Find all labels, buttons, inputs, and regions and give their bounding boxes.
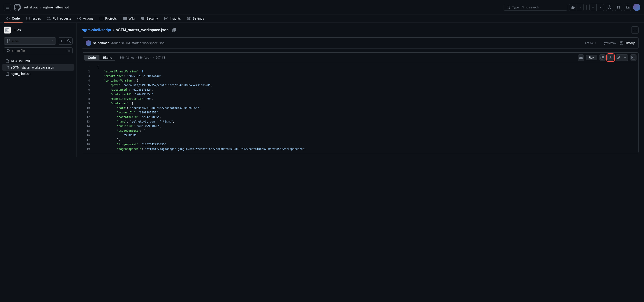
tab-security-label: Security (146, 17, 158, 20)
table-icon (100, 17, 103, 20)
go-to-file-field[interactable] (12, 49, 65, 53)
line-number[interactable]: 10 (82, 106, 94, 110)
go-to-file-input[interactable]: t (4, 47, 72, 54)
copy-raw-button[interactable] (599, 55, 606, 61)
file-tree-item[interactable]: sgtm_shell.sh (2, 71, 74, 77)
owner-link[interactable]: selnekovic (24, 6, 38, 9)
chevron-down-icon (599, 6, 602, 9)
symbols-button[interactable] (630, 55, 636, 61)
pull-requests-button[interactable] (615, 4, 622, 11)
notifications-button[interactable] (624, 4, 631, 11)
tab-projects[interactable]: Projects (97, 15, 120, 23)
line-number[interactable]: 14 (82, 124, 94, 128)
tab-actions[interactable]: Actions (75, 15, 96, 23)
line-numbers-gutter: 12345678910111213141516171819 (82, 63, 94, 153)
path-separator: / (113, 28, 114, 32)
last-commit-bar: selnekovic Added sGTM_starter_workspace.… (82, 37, 638, 49)
line-number[interactable]: 11 (82, 110, 94, 115)
create-new-button[interactable] (590, 4, 597, 11)
commit-sha[interactable]: 42a3488 (584, 42, 596, 45)
play-icon (77, 17, 81, 20)
repo-nav: Code Issues Pull requests Actions Projec… (0, 15, 644, 23)
tab-issues-label: Issues (32, 17, 41, 20)
line-number[interactable]: 18 (82, 142, 94, 147)
line-number[interactable]: 7 (82, 92, 94, 97)
file-tree-label: sgtm_shell.sh (11, 72, 30, 76)
repo-link[interactable]: sgtm-shell-script (43, 6, 69, 9)
code-line: "accountId": "6198887352", (94, 110, 638, 115)
sidebar-collapse-button[interactable] (4, 27, 11, 34)
line-number[interactable]: 2 (82, 69, 94, 74)
line-number[interactable]: 12 (82, 115, 94, 119)
more-options-button[interactable] (631, 27, 638, 34)
repo-breadcrumb: selnekovic / sgtm-shell-script (24, 6, 69, 9)
copy-path-button[interactable] (170, 27, 178, 34)
line-number[interactable]: 8 (82, 97, 94, 101)
line-number[interactable]: 3 (82, 74, 94, 78)
code-tab-button[interactable]: Code (84, 55, 100, 60)
code-line: "path": "accounts/6198887352/containers/… (94, 83, 638, 88)
file-tree-item[interactable]: sGTM_starter_workspace.json (2, 64, 74, 71)
code-icon (6, 17, 10, 20)
git-pull-request-icon (47, 17, 51, 20)
github-icon (14, 4, 21, 11)
global-search[interactable]: Type / to search (504, 4, 567, 11)
github-logo[interactable] (14, 4, 21, 11)
line-number[interactable]: 15 (82, 128, 94, 133)
line-number[interactable]: 1 (82, 65, 94, 69)
create-new-dropdown[interactable] (597, 4, 604, 11)
line-number[interactable]: 5 (82, 83, 94, 88)
tab-insights[interactable]: Insights (162, 15, 184, 23)
search-type-label: Type (512, 6, 519, 9)
tab-code-label: Code (12, 17, 20, 20)
add-file-button[interactable] (58, 37, 65, 45)
tab-issues[interactable]: Issues (24, 15, 44, 23)
code-line: "exportTime": "2025-02-22 20:34:40", (94, 74, 638, 78)
line-number[interactable]: 9 (82, 101, 94, 106)
plus-icon (591, 6, 595, 9)
history-link[interactable]: History (620, 41, 635, 45)
search-icon (506, 6, 510, 9)
sidebar-title: Files (14, 28, 21, 32)
edit-dropdown-button[interactable] (622, 55, 628, 61)
hamburger-menu-button[interactable] (4, 4, 11, 11)
line-number[interactable]: 13 (82, 119, 94, 124)
chevron-down-icon (624, 56, 626, 59)
file-tree-item[interactable]: README.md (2, 58, 74, 64)
code-content[interactable]: { "exportFormatVersion": 2, "exportTime"… (94, 63, 638, 153)
commit-message[interactable]: Added sGTM_starter_workspace.json (111, 41, 164, 45)
tab-pull-requests[interactable]: Pull requests (44, 15, 74, 23)
commit-time: yesterday (604, 42, 616, 45)
line-number[interactable]: 19 (82, 147, 94, 151)
tab-settings[interactable]: Settings (184, 15, 207, 23)
code-line: "exportFormatVersion": 2, (94, 69, 638, 74)
code-line: { (94, 65, 638, 69)
branch-name: main (12, 39, 19, 43)
line-number[interactable]: 6 (82, 88, 94, 92)
symbols-icon (632, 56, 635, 60)
gear-icon (187, 17, 191, 20)
user-avatar[interactable] (633, 4, 640, 11)
code-line: "containerId": "204290855", (94, 92, 638, 97)
copilot-code-button[interactable] (578, 55, 584, 61)
download-raw-button[interactable] (607, 55, 614, 61)
line-number[interactable]: 4 (82, 78, 94, 83)
tab-security[interactable]: Security (138, 15, 161, 23)
copilot-button[interactable] (569, 4, 576, 11)
issues-button[interactable] (606, 4, 613, 11)
branch-selector[interactable]: main (4, 37, 56, 45)
line-number[interactable]: 16 (82, 133, 94, 138)
commit-author-avatar[interactable] (86, 40, 91, 46)
code-line: "publicId": "GTM-WN9QXNVL", (94, 124, 638, 128)
blame-tab-button[interactable]: Blame (100, 55, 116, 60)
tab-wiki[interactable]: Wiki (120, 15, 137, 23)
copilot-dropdown[interactable] (576, 4, 584, 11)
search-files-button[interactable] (65, 37, 72, 45)
code-line: "accountId": "6198887352", (94, 88, 638, 92)
line-number[interactable]: 17 (82, 138, 94, 142)
edit-file-button[interactable] (616, 55, 622, 61)
raw-button[interactable]: Raw (586, 55, 597, 60)
repo-path-link[interactable]: sgtm-shell-script (82, 28, 111, 32)
commit-author-name[interactable]: selnekovic (93, 41, 110, 45)
tab-code[interactable]: Code (4, 15, 22, 23)
